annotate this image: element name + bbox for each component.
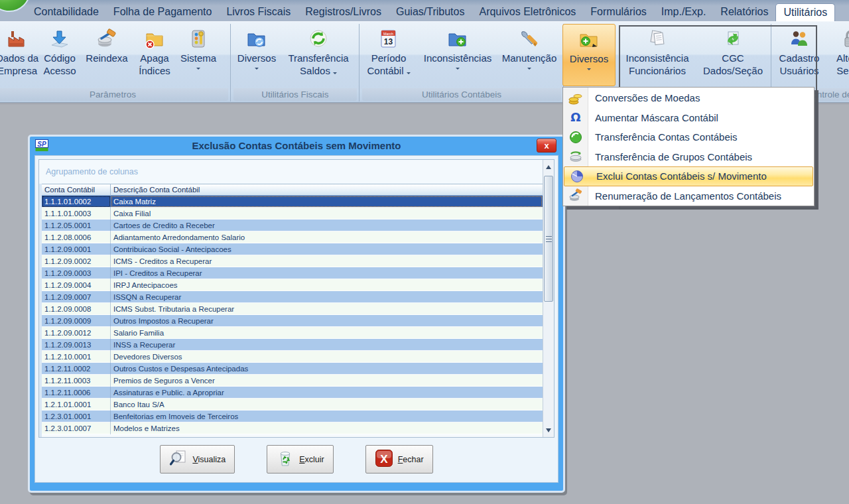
tab-registros-livros[interactable]: Registros/Livros [298, 3, 389, 21]
tab-arquivos-eletronicos[interactable]: Arquivos Eletrônicos [472, 3, 583, 21]
sync-green-icon [307, 27, 330, 52]
ribbon-button-diversos[interactable]: Diversos [232, 24, 281, 88]
label-text: Diversos [237, 52, 276, 64]
menu-item-aumentar-mascara-contabil[interactable]: ΩAumentar Máscara Contábil [563, 108, 814, 128]
cell-conta-contabil: 1.1.2.11.0002 [42, 363, 111, 375]
chevron-down-icon [196, 68, 200, 70]
tab-formularios[interactable]: Formulários [583, 3, 653, 21]
table-row[interactable]: 1.2.3.01.0007Modelos e Matrizes [42, 422, 543, 434]
ribbon-button-label: Manutenção [502, 52, 557, 64]
cell-conta-contabil: 1.1.2.09.0002 [42, 255, 111, 267]
tab-livros-fiscais[interactable]: Livros Fiscais [219, 3, 298, 21]
cell-conta-contabil: 1.1.2.09.0007 [42, 291, 111, 303]
table-row[interactable]: 1.1.2.09.0013INSS a Recuperar [42, 339, 543, 351]
dialog-button-row: VisualizaExcluirXFechar [35, 445, 558, 473]
ribbon-button-apaga-indices[interactable]: ApagaÍndices [133, 24, 176, 88]
table-row[interactable]: 1.1.2.09.0012Salario Familia [42, 327, 543, 339]
menu-item-label: Conversões de Moedas [595, 92, 700, 103]
control-panel-icon [187, 27, 210, 52]
button-label-rest: isualiza [198, 455, 226, 464]
vertical-scrollbar[interactable] [543, 160, 554, 437]
table-row[interactable]: 1.1.2.08.0006Adiantamento Arredondamento… [42, 231, 543, 243]
svg-text:13: 13 [384, 37, 393, 46]
ribbon-button-sistema[interactable]: Sistema [176, 24, 220, 88]
ribbon-button-label: Saldos [300, 64, 337, 77]
label-text: Dados da [0, 52, 38, 64]
pie-chart-icon [564, 169, 590, 184]
table-row[interactable]: 1.1.2.09.0002ICMS - Creditos a Recuperar [42, 255, 543, 267]
ribbon-button-codigo-acesso[interactable]: CódigoAcesso [38, 24, 81, 88]
table-row[interactable]: 1.1.2.05.0001Cartoes de Credito a Recebe… [42, 220, 543, 231]
table-row[interactable]: 1.1.1.01.0003Caixa Filial [42, 208, 543, 220]
cell-descricao-conta-contabil: INSS a Recuperar [111, 339, 543, 351]
table-row[interactable]: 1.1.2.09.0004IRPJ Antecipacoes [42, 279, 543, 291]
cell-descricao-conta-contabil: Modelos e Matrizes [111, 422, 543, 434]
table-row[interactable]: 1.1.2.09.0001Contribuicao Social - Antec… [42, 243, 543, 255]
ribbon-button-label: Diversos [570, 52, 608, 65]
table-row[interactable]: 1.2.1.01.0001Banco Itau S/A [42, 399, 543, 410]
label-text: Reindexa [86, 52, 127, 64]
papers-icon [646, 27, 669, 52]
ribbon-button-manutencao[interactable]: Manutenção [499, 24, 560, 88]
ribbon-button-alterar-senha[interactable]: AlterarSenha [826, 24, 849, 88]
ribbon-button-dados-da-empresa[interactable]: Dados daEmpresa [0, 24, 38, 88]
table-row[interactable]: 1.2.3.01.0001Benfeitorias em Imoveis de … [42, 410, 543, 422]
ribbon-button-cgc-dados-secao[interactable]: CGCDados/Seção [696, 24, 769, 88]
cell-descricao-conta-contabil: Contribuicao Social - Antecipacoes [111, 243, 543, 255]
column-header-descricao-conta-contabil[interactable]: Descrição Conta Contábil [111, 184, 543, 195]
menu-item-transferencia-de-grupos-contabeis[interactable]: Transferência de Grupos Contábeis [563, 147, 814, 167]
ribbon-group-label: Utilitários Fiscais [233, 88, 357, 101]
menu-item-renumeracao-de-lancamentos-contabeis[interactable]: Renumeração de Lançamentos Contábeis [563, 186, 814, 206]
label-text: Usuários [779, 65, 818, 76]
table-row[interactable]: 1.1.2.11.0002Outros Custos e Despesas An… [42, 363, 543, 375]
cell-conta-contabil: 1.1.1.01.0003 [42, 208, 111, 220]
table-row[interactable]: 1.1.2.10.0001Devedores Diversos [42, 351, 543, 363]
label-text: Senha [836, 65, 849, 76]
label-text: Funcionários [629, 65, 686, 76]
tab-guias-tributos[interactable]: Guias/Tributos [389, 3, 472, 21]
table-row[interactable]: 1.1.2.09.0003IPI - Creditos a Recuperar [42, 267, 543, 279]
ribbon-button-cadastro-usuarios[interactable]: CadastroUsuários [772, 24, 826, 88]
ribbon-button-inconsistencias[interactable]: Inconsistências [417, 24, 499, 88]
cell-conta-contabil: 1.1.2.09.0009 [42, 315, 111, 327]
table-row[interactable]: 1.1.2.09.0008ICMS Subst. Tributaria a Re… [42, 303, 543, 315]
menu-item-exclui-contas-contabeis-s-movimento[interactable]: Exclui Contas Contábeis s/ Movimento [564, 166, 813, 186]
ribbon-button-periodo-contabil[interactable]: March13PeríodoContábil [361, 24, 417, 88]
tab-contabilidade[interactable]: Contabilidade [27, 3, 106, 21]
column-grouping-area[interactable]: Agrupamento de colunas [39, 160, 543, 184]
table-row[interactable]: 1.1.2.11.0006Assinaturas e Public. a Apr… [42, 387, 543, 399]
download-arrow-icon [48, 27, 71, 52]
users-icon [788, 27, 811, 52]
scroll-up-icon[interactable] [544, 162, 553, 172]
button-accel: V [192, 455, 198, 464]
ribbon-button-diversos-open[interactable]: Diversos [562, 24, 616, 86]
tab-folha-de-pagamento[interactable]: Folha de Pagamento [106, 3, 220, 21]
ribbon-group-parametros: Dados daEmpresaCódigoAcessoReindexaApaga… [0, 24, 231, 101]
button-fechar[interactable]: XFechar [365, 445, 433, 473]
button-excluir[interactable]: Excluir [267, 445, 334, 473]
ribbon-button-inconsistencia-funcionarios[interactable]: InconsistênciaFuncionários [618, 24, 696, 88]
dialog-titlebar[interactable]: SP Exclusão Contas Contábeis sem Movimen… [30, 137, 563, 155]
ribbon-button-label: Funcionários [629, 64, 686, 77]
menu-item-transferencia-contas-contabeis[interactable]: Transferência Contas Contábeis [563, 127, 814, 147]
ribbon-button-transferencia-saldos[interactable]: TransferênciaSaldos [281, 24, 356, 88]
cell-descricao-conta-contabil: Premios de Seguros a Vencer [111, 375, 543, 387]
table-row[interactable]: 1.1.1.01.0002Caixa Matriz [42, 196, 543, 208]
menu-item-conversoes-de-moedas[interactable]: Conversões de Moedas [563, 88, 814, 108]
calendar-icon: March13 [377, 27, 400, 52]
scroll-thumb[interactable] [544, 176, 553, 302]
column-header-conta-contabil[interactable]: Conta Contábil [42, 184, 111, 195]
ribbon-button-reindexa[interactable]: Reindexa [81, 24, 133, 88]
close-icon[interactable]: x [537, 139, 556, 153]
label-text: Manutenção [502, 52, 557, 64]
table-row[interactable]: 1.1.2.09.0007ISSQN a Recuperar [42, 291, 543, 303]
tab-imp-exp[interactable]: Imp./Exp. [654, 3, 714, 21]
table-row[interactable]: 1.1.2.09.0009Outros Impostos a Recuperar [42, 315, 543, 327]
table-row[interactable]: 1.1.2.11.0003Premios de Seguros a Vencer [42, 375, 543, 387]
tab-utilitarios[interactable]: Utilitários [775, 3, 835, 21]
tab-relatorios[interactable]: Relatórios [713, 3, 775, 21]
cell-descricao-conta-contabil: Devedores Diversos [111, 351, 543, 363]
button-visualiza[interactable]: Visualiza [160, 445, 235, 473]
ribbon-button-label: Dados da [0, 52, 38, 64]
scroll-down-icon[interactable] [544, 425, 553, 435]
